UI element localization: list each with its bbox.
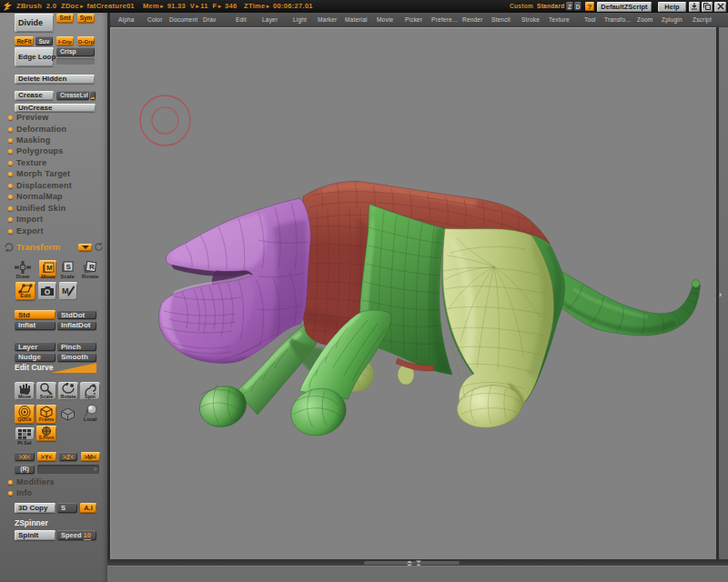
svg-text:M: M [46,264,53,272]
svg-text:M: M [62,286,69,296]
svg-text:R: R [89,263,95,271]
svg-text:S: S [66,263,72,271]
